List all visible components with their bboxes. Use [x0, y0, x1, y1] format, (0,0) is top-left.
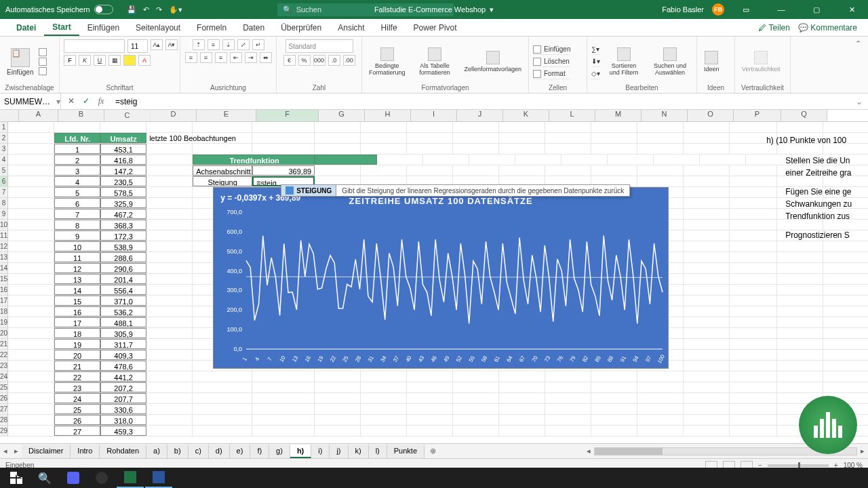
cell-C21[interactable]: 311,7 — [100, 339, 146, 349]
cell-C15[interactable]: 201,4 — [100, 274, 146, 284]
cell-B18[interactable]: 16 — [54, 306, 100, 317]
cell-N6[interactable] — [637, 176, 684, 186]
cell-A5[interactable] — [8, 165, 54, 176]
cell-A6[interactable] — [8, 176, 54, 186]
cell-D3[interactable] — [146, 144, 193, 154]
touch-icon[interactable]: ✋▾ — [169, 5, 182, 14]
cell-P15[interactable] — [730, 274, 777, 284]
cell-J5[interactable] — [453, 165, 499, 176]
cell-C13[interactable]: 288,6 — [100, 252, 146, 262]
cell-E6[interactable]: Steigung — [193, 176, 252, 186]
cell-M29[interactable] — [591, 426, 637, 436]
select-all-corner[interactable] — [0, 110, 19, 121]
chart-object[interactable]: y = -0,0397x + 369,89 ZEITREIHE UMSATZ 1… — [213, 187, 669, 369]
align-left-icon[interactable]: ≡ — [185, 52, 197, 63]
cell-Q15[interactable] — [777, 274, 823, 284]
cell-C20[interactable]: 305,9 — [100, 328, 146, 338]
autosave-toggle[interactable]: Automatisches Speichern — [5, 5, 113, 14]
sheet-tab-e)[interactable]: e) — [230, 445, 251, 458]
cell-B25[interactable]: 23 — [54, 382, 100, 392]
cell-G25[interactable] — [315, 382, 361, 392]
cell-E25[interactable] — [193, 382, 252, 392]
row-header-27[interactable]: 27 — [0, 404, 8, 415]
formula-input[interactable]: =steig — [111, 97, 856, 106]
cell-B10[interactable]: 8 — [54, 220, 100, 230]
taskbar-app-1[interactable] — [60, 468, 87, 488]
cell-O15[interactable] — [684, 274, 730, 284]
merge-icon[interactable]: ⬌ — [260, 52, 272, 63]
cell-Q20[interactable] — [777, 328, 823, 338]
cell-B24[interactable]: 22 — [54, 371, 100, 382]
cell-B15[interactable]: 13 — [54, 274, 100, 284]
cell-G2[interactable] — [315, 133, 361, 143]
cell-M24[interactable] — [591, 371, 637, 382]
cell-A16[interactable] — [8, 285, 54, 295]
border-icon[interactable]: ▦ — [108, 55, 121, 66]
cell-M27[interactable] — [591, 404, 637, 414]
cell-P21[interactable] — [730, 339, 777, 349]
cell-D28[interactable] — [146, 415, 193, 425]
cell-N27[interactable] — [637, 404, 684, 414]
fill-icon[interactable]: ⬇▾ — [591, 58, 600, 65]
cell-A10[interactable] — [8, 220, 54, 230]
cell-J3[interactable] — [453, 144, 499, 154]
cell-P23[interactable] — [730, 361, 777, 371]
cell-D25[interactable] — [146, 382, 193, 392]
redo-icon[interactable]: ↷ — [156, 5, 162, 14]
cell-P17[interactable] — [730, 296, 777, 306]
cell-C26[interactable]: 207,7 — [100, 393, 146, 403]
cell-F4[interactable] — [315, 155, 377, 165]
row-header-22[interactable]: 22 — [0, 350, 8, 361]
cell-L24[interactable] — [545, 371, 591, 382]
sheet-tab-a)[interactable]: a) — [146, 445, 167, 458]
tab-pagelayout[interactable]: Seitenlayout — [127, 20, 189, 35]
cell-F3[interactable] — [252, 144, 315, 154]
clear-icon[interactable]: ◇▾ — [591, 70, 600, 77]
number-format-select[interactable] — [285, 39, 353, 53]
cell-P25[interactable] — [730, 382, 777, 392]
cell-O16[interactable] — [684, 285, 730, 295]
col-header-K[interactable]: K — [503, 110, 549, 121]
cell-A9[interactable] — [8, 209, 54, 219]
cell-H28[interactable] — [361, 415, 407, 425]
cell-A7[interactable] — [8, 187, 54, 197]
cell-E3[interactable] — [193, 144, 252, 154]
cell-M5[interactable] — [591, 165, 637, 176]
cell-G1[interactable] — [315, 122, 361, 132]
cell-D7[interactable] — [146, 187, 193, 197]
cell-H3[interactable] — [361, 144, 407, 154]
cell-H1[interactable] — [361, 122, 407, 132]
cell-L25[interactable] — [545, 382, 591, 392]
cell-B8[interactable]: 6 — [54, 198, 100, 208]
cell-L29[interactable] — [545, 426, 591, 436]
cell-I28[interactable] — [407, 415, 453, 425]
cell-O26[interactable] — [684, 393, 730, 403]
cell-Q14[interactable] — [777, 263, 823, 273]
col-header-A[interactable]: A — [19, 110, 58, 121]
cell-L2[interactable] — [545, 133, 591, 143]
thousands-icon[interactable]: 000 — [313, 55, 326, 66]
col-header-C[interactable]: C — [104, 110, 151, 121]
col-header-D[interactable]: D — [151, 110, 197, 121]
cell-D29[interactable] — [146, 426, 193, 436]
cell-I1[interactable] — [407, 122, 453, 132]
row-header-20[interactable]: 20 — [0, 328, 8, 339]
cell-E5[interactable]: Achsenabschnitt — [193, 165, 252, 176]
cell-B26[interactable]: 24 — [54, 393, 100, 403]
cell-J24[interactable] — [453, 371, 499, 382]
cell-O7[interactable] — [684, 187, 730, 197]
col-header-L[interactable]: L — [549, 110, 595, 121]
cond-format-button[interactable]: Bedingte Formatierung — [366, 46, 408, 77]
cell-G24[interactable] — [315, 371, 361, 382]
align-bot-icon[interactable]: ⇣ — [222, 39, 235, 50]
row-header-23[interactable]: 23 — [0, 361, 8, 371]
cell-N26[interactable] — [637, 393, 684, 403]
cell-B3[interactable]: 1 — [54, 144, 100, 154]
cell-B2[interactable]: Lfd. Nr. — [54, 133, 100, 143]
row-header-7[interactable]: 7 — [0, 187, 8, 198]
cell-F2[interactable] — [252, 133, 315, 143]
cell-H5[interactable] — [361, 165, 407, 176]
delete-cells-button[interactable]: Löschen — [533, 56, 570, 67]
cell-O12[interactable] — [684, 241, 730, 251]
cell-P20[interactable] — [730, 328, 777, 338]
